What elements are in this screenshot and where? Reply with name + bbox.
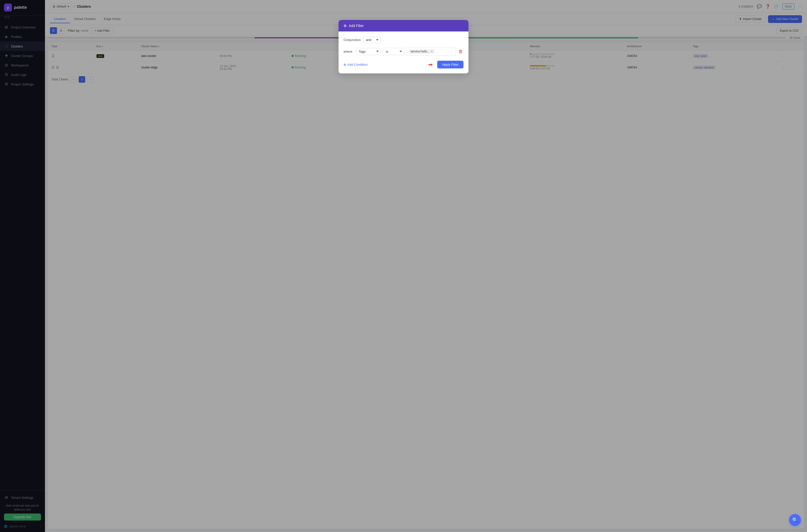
modal-overlay[interactable]: ⊕ Add Filter Conjunction and or where Ta… xyxy=(0,0,807,532)
delete-condition-button[interactable]: 🗑 xyxy=(458,49,464,55)
filter-modal: ⊕ Add Filter Conjunction and or where Ta… xyxy=(339,20,468,73)
search-fab-button[interactable]: 🔍 xyxy=(789,514,801,526)
tag-remove-button[interactable]: ✕ xyxy=(431,50,433,53)
tag-input-box[interactable]: service:hello... ✕ xyxy=(406,47,456,56)
modal-footer: ⊕ Add Condition ➡ Apply Filter xyxy=(343,60,464,69)
modal-title: Add Filter xyxy=(349,24,364,28)
operator-select[interactable]: is is not contains xyxy=(383,48,404,55)
filter-icon: ⊕ xyxy=(343,23,347,28)
conjunction-label: Conjunction xyxy=(343,38,361,42)
conjunction-select[interactable]: and or xyxy=(363,36,381,43)
plus-circle-icon: ⊕ xyxy=(343,63,346,66)
conjunction-row: Conjunction and or xyxy=(343,36,464,43)
tag-value: service:hello... xyxy=(411,50,430,53)
search-icon: 🔍 xyxy=(792,517,798,523)
modal-header: ⊕ Add Filter xyxy=(339,20,468,32)
arrow-indicator: ➡ xyxy=(428,61,433,68)
tag-chip-item: service:hello... ✕ xyxy=(409,49,435,54)
add-condition-button[interactable]: ⊕ Add Condition xyxy=(343,63,368,66)
field-select[interactable]: Tags Status Name xyxy=(356,48,381,55)
apply-filter-button[interactable]: Apply Filter xyxy=(437,61,464,69)
where-label: where xyxy=(343,50,354,54)
modal-body: Conjunction and or where Tags Status Nam… xyxy=(339,32,468,73)
condition-row: where Tags Status Name is is not contain… xyxy=(343,47,464,56)
